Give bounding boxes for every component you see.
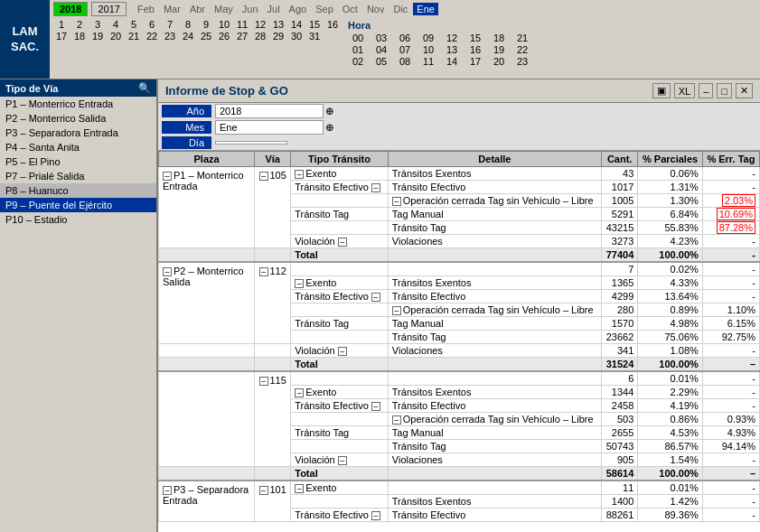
- report-xl-button[interactable]: XL: [674, 83, 695, 98]
- hora-18[interactable]: 18: [489, 33, 509, 43]
- day-22[interactable]: 22: [144, 31, 160, 42]
- hora-09[interactable]: 09: [418, 33, 438, 43]
- month-jun[interactable]: Jun: [239, 3, 262, 15]
- hora-12[interactable]: 12: [442, 33, 462, 43]
- day-10[interactable]: 10: [216, 19, 232, 30]
- day-23[interactable]: 23: [162, 31, 178, 42]
- expand-viol2[interactable]: –: [338, 347, 347, 356]
- hora-11[interactable]: 11: [418, 56, 438, 67]
- day-26[interactable]: 26: [216, 31, 232, 42]
- report-minimize-button[interactable]: –: [699, 83, 713, 98]
- report-restore-button[interactable]: □: [717, 83, 732, 98]
- day-4[interactable]: 4: [108, 19, 124, 30]
- hora-19[interactable]: 19: [489, 44, 509, 55]
- expand-ex2[interactable]: –: [295, 279, 304, 288]
- expand-115[interactable]: –: [259, 377, 268, 386]
- year-2018-button[interactable]: 2018: [53, 2, 88, 16]
- day-5[interactable]: 5: [126, 19, 142, 30]
- hora-00[interactable]: 00: [348, 33, 368, 43]
- hora-17[interactable]: 17: [465, 56, 485, 67]
- day-12[interactable]: 12: [252, 19, 268, 30]
- hora-04[interactable]: 04: [371, 44, 391, 55]
- month-may[interactable]: May: [211, 3, 237, 15]
- month-ene[interactable]: Ene: [413, 3, 438, 15]
- day-16[interactable]: 16: [324, 19, 341, 30]
- day-28[interactable]: 28: [252, 31, 268, 42]
- sidebar-item-p3[interactable]: P3 – Separadora Entrada: [0, 126, 156, 140]
- expand-ex3[interactable]: –: [295, 388, 304, 397]
- day-15[interactable]: 15: [306, 19, 323, 30]
- expand-viol1[interactable]: –: [338, 238, 347, 247]
- month-mar[interactable]: Mar: [160, 3, 184, 15]
- sidebar-item-p8[interactable]: P8 – Huanuco: [0, 183, 156, 198]
- expand-det3[interactable]: –: [392, 415, 401, 425]
- filter-año-value[interactable]: 2018: [215, 104, 324, 118]
- hora-08[interactable]: 08: [395, 56, 415, 67]
- hora-20[interactable]: 20: [489, 56, 509, 67]
- hora-03[interactable]: 03: [371, 33, 391, 43]
- month-jul[interactable]: Jul: [264, 3, 284, 15]
- hora-13[interactable]: 13: [442, 44, 462, 55]
- day-24[interactable]: 24: [180, 31, 196, 42]
- expand-101[interactable]: –: [259, 486, 268, 495]
- month-abr[interactable]: Abr: [186, 3, 209, 15]
- expand-det1[interactable]: –: [392, 197, 401, 206]
- expand-ex4[interactable]: –: [295, 484, 304, 493]
- report-grid-button[interactable]: ▣: [652, 83, 671, 98]
- hora-15[interactable]: 15: [465, 33, 485, 43]
- day-13[interactable]: 13: [270, 19, 286, 30]
- sidebar-item-p2[interactable]: P2 – Monterrico Salida: [0, 111, 156, 126]
- month-ago[interactable]: Ago: [286, 3, 311, 15]
- expand-ef4[interactable]: –: [371, 511, 380, 520]
- sidebar-item-p7[interactable]: P7 – Prialé Salida: [0, 169, 156, 183]
- hora-14[interactable]: 14: [442, 56, 462, 67]
- month-oct[interactable]: Oct: [339, 3, 361, 15]
- expand-tipo-ex1[interactable]: –: [295, 170, 304, 179]
- day-31[interactable]: 31: [306, 31, 323, 42]
- day-30[interactable]: 30: [288, 31, 305, 42]
- day-6[interactable]: 6: [144, 19, 160, 30]
- day-27[interactable]: 27: [234, 31, 250, 42]
- day-19[interactable]: 19: [89, 31, 106, 42]
- expand-p2[interactable]: –: [163, 267, 172, 276]
- year-2017-button[interactable]: 2017: [91, 2, 126, 16]
- expand-p1[interactable]: –: [163, 172, 172, 181]
- month-sep[interactable]: Sep: [312, 3, 337, 15]
- hora-06[interactable]: 06: [395, 33, 415, 43]
- day-29[interactable]: 29: [270, 31, 286, 42]
- day-11[interactable]: 11: [234, 19, 250, 30]
- filter-dia-value[interactable]: [215, 141, 287, 145]
- day-2[interactable]: 2: [71, 19, 88, 30]
- hora-05[interactable]: 05: [371, 56, 391, 67]
- day-9[interactable]: 9: [198, 19, 214, 30]
- month-nov[interactable]: Nov: [363, 3, 389, 15]
- day-20[interactable]: 20: [108, 31, 124, 42]
- day-3[interactable]: 3: [89, 19, 106, 30]
- sidebar-item-p1[interactable]: P1 – Monterrico Entrada: [0, 97, 156, 111]
- hora-02[interactable]: 02: [348, 56, 368, 67]
- day-1[interactable]: 1: [53, 19, 70, 30]
- month-feb[interactable]: Feb: [134, 3, 158, 15]
- expand-det2[interactable]: –: [392, 306, 401, 315]
- sidebar-item-p5[interactable]: P5 – El Pino: [0, 154, 156, 169]
- filter-mes-value[interactable]: Ene: [215, 120, 324, 135]
- hora-21[interactable]: 21: [512, 33, 532, 43]
- hora-07[interactable]: 07: [395, 44, 415, 55]
- day-8[interactable]: 8: [180, 19, 196, 30]
- sidebar-item-p10[interactable]: P10 – Estadio: [0, 212, 156, 227]
- report-close-button[interactable]: ✕: [736, 83, 753, 98]
- expand-ef3[interactable]: –: [371, 402, 380, 411]
- expand-viol3[interactable]: –: [338, 456, 347, 465]
- filter-año-plus[interactable]: ⊕: [325, 106, 333, 117]
- expand-tipo-ef1[interactable]: –: [371, 183, 380, 192]
- expand-112[interactable]: –: [259, 267, 268, 276]
- day-17[interactable]: 17: [53, 31, 70, 42]
- hora-23[interactable]: 23: [512, 56, 532, 67]
- sidebar-item-p9[interactable]: P9 – Puente del Ejército: [0, 198, 156, 212]
- search-icon[interactable]: 🔍: [138, 82, 151, 94]
- sidebar-item-p4[interactable]: P4 – Santa Anita: [0, 140, 156, 154]
- day-21[interactable]: 21: [126, 31, 142, 42]
- hora-16[interactable]: 16: [465, 44, 485, 55]
- hora-10[interactable]: 10: [418, 44, 438, 55]
- expand-ef2[interactable]: –: [371, 293, 380, 302]
